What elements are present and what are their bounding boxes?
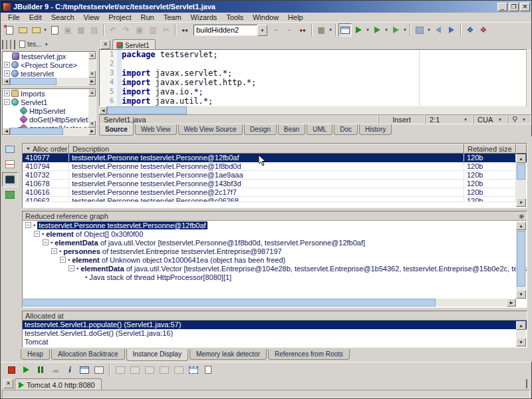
- tab-references-from-roots[interactable]: References from Roots: [268, 349, 350, 360]
- scroll-down-icon[interactable]: ▼: [516, 290, 526, 299]
- scroll-left-icon[interactable]: ◀: [3, 128, 10, 135]
- status-keymap[interactable]: CUA▾: [473, 114, 507, 124]
- graph-view-button[interactable]: [2, 157, 18, 172]
- instance-table-vscrollbar[interactable]: ▲ ▼: [516, 154, 526, 207]
- tab-heap[interactable]: Heap: [21, 349, 50, 360]
- minimize-button[interactable]: _: [497, 3, 507, 11]
- runtime-tab-tomcat[interactable]: Tomcat 4.0 http:8080: [15, 378, 102, 390]
- help-topic-button[interactable]: ❖: [477, 23, 490, 37]
- export-page-icon[interactable]: [526, 380, 527, 388]
- graph-node[interactable]: − • element of Object[] 0x30f0f00: [23, 229, 527, 238]
- heap-dump-button[interactable]: [158, 363, 171, 376]
- menu-help[interactable]: Help: [283, 13, 308, 22]
- curtain-toggle-button[interactable]: [338, 23, 352, 37]
- menu-search[interactable]: Search: [47, 13, 79, 22]
- forward-button[interactable]: [445, 23, 458, 37]
- new-file-button[interactable]: [3, 23, 16, 37]
- detach-button[interactable]: ☁: [49, 363, 62, 376]
- editor-hscrollbar[interactable]: ◀: [99, 106, 531, 114]
- scroll-right-icon[interactable]: ▶: [507, 299, 516, 307]
- open-project-button[interactable]: [16, 23, 29, 37]
- instance-row[interactable]: 410662testservlet.Personne testservlet.P…: [23, 197, 527, 202]
- graph-vscrollbar[interactable]: ▲ ▼: [516, 221, 526, 299]
- instance-row[interactable]: 410616testservlet.Personne testservlet.P…: [23, 188, 527, 197]
- allocated-vscrollbar[interactable]: ▲ ▼: [516, 321, 526, 346]
- heap-view-button[interactable]: [2, 172, 18, 187]
- help-button[interactable]: ❖: [464, 23, 477, 37]
- expand-icon[interactable]: +: [4, 70, 10, 76]
- scroll-down-icon[interactable]: ▼: [88, 70, 96, 78]
- paste-button[interactable]: ▥: [146, 23, 160, 37]
- menu-view[interactable]: View: [79, 13, 104, 22]
- info-button[interactable]: i: [63, 363, 76, 376]
- close-file-icon[interactable]: ✕: [100, 40, 110, 49]
- run-button[interactable]: [352, 23, 365, 37]
- graph-node[interactable]: − • element of Unknown object 0x1000641e…: [23, 255, 527, 264]
- camera-button[interactable]: [143, 363, 156, 376]
- graph-node[interactable]: − • elementData of java.util.Vector [tes…: [23, 238, 527, 247]
- menu-tools[interactable]: Tools: [221, 13, 248, 22]
- debug-dropdown-icon[interactable]: ▾: [384, 27, 389, 33]
- tab-source[interactable]: Source: [99, 124, 134, 136]
- structure-item-servlet1[interactable]: − Servlet1: [3, 98, 96, 106]
- tab-allocation-backtrace[interactable]: Allocation Backtrace: [51, 349, 125, 360]
- tree-item-project-source[interactable]: + <Project Source>: [3, 61, 96, 69]
- collapse-icon[interactable]: −: [51, 248, 57, 254]
- scroll-right-icon[interactable]: ▶: [88, 128, 96, 135]
- tab-web-view-source[interactable]: Web View Source: [178, 124, 243, 135]
- find-class-button[interactable]: ⌁: [269, 23, 283, 37]
- instance-row[interactable]: 410977testservlet.Personne testservlet.P…: [23, 154, 527, 162]
- status-zoom[interactable]: ⚲▾: [507, 114, 531, 124]
- collapse-icon[interactable]: −: [60, 257, 66, 263]
- scroll-down-icon[interactable]: ▼: [516, 338, 526, 346]
- menu-edit[interactable]: Edit: [25, 13, 47, 22]
- stop-button[interactable]: [5, 363, 18, 376]
- structure-item-imports[interactable]: + Imports: [3, 89, 96, 98]
- menu-window[interactable]: Window: [248, 13, 283, 22]
- instance-row[interactable]: 410678testservlet.Personne testservlet.P…: [23, 180, 527, 188]
- close-button[interactable]: ✕: [520, 3, 530, 11]
- open-dropdown-icon[interactable]: ▾: [43, 27, 48, 33]
- maximize-button[interactable]: ❐: [509, 3, 519, 11]
- scroll-up-icon[interactable]: ▲: [88, 89, 96, 96]
- project-tree-vscrollbar[interactable]: ▲ ▼: [88, 52, 96, 78]
- column-alloc-order[interactable]: ▼Alloc order: [23, 144, 69, 154]
- column-retained-size[interactable]: Retained size: [464, 144, 516, 154]
- menu-file[interactable]: File: [3, 13, 25, 22]
- run-dropdown-icon[interactable]: ▾: [365, 27, 370, 33]
- project-selector[interactable]: tes... ▾: [19, 41, 49, 48]
- scroll-up-icon[interactable]: ▲: [88, 52, 96, 59]
- tab-web-view[interactable]: Web View: [135, 124, 177, 135]
- debug-button[interactable]: [370, 23, 384, 37]
- enterprise-button[interactable]: [413, 23, 426, 37]
- scroll-right-icon[interactable]: ▶: [88, 78, 96, 85]
- graph-node[interactable]: − • elementData of java.util.Vector [tes…: [23, 264, 527, 273]
- collapse-icon[interactable]: −: [34, 231, 40, 237]
- close-runtime-icon[interactable]: ✕: [3, 379, 13, 388]
- undo-button[interactable]: ↶: [106, 23, 120, 37]
- scroll-thumb[interactable]: [517, 164, 525, 180]
- structure-vscrollbar[interactable]: ▲ ▼: [88, 89, 96, 128]
- make-dropdown-icon[interactable]: ▾: [328, 27, 333, 33]
- collapse-icon[interactable]: −: [68, 265, 74, 271]
- structure-item-doget[interactable]: doGet(HttpServletRe: [3, 115, 96, 124]
- scroll-up-icon[interactable]: ▲: [516, 221, 526, 230]
- add-file-icon[interactable]: [6, 41, 7, 49]
- scroll-thumb[interactable]: [517, 231, 525, 287]
- status-caret-position[interactable]: 2:1▾: [425, 114, 473, 124]
- resume-button[interactable]: [19, 363, 33, 376]
- console-button[interactable]: [78, 363, 91, 376]
- graph-hscrollbar[interactable]: ▶: [23, 299, 516, 307]
- remove-file-icon[interactable]: [10, 41, 11, 49]
- search-path-button[interactable]: ●●: [296, 23, 309, 37]
- menu-wizards[interactable]: Wizards: [186, 13, 222, 22]
- menu-project[interactable]: Project: [104, 13, 136, 22]
- scroll-down-icon[interactable]: ▼: [88, 120, 96, 128]
- instance-row[interactable]: 410732testservlet.Personne testservlet.P…: [23, 171, 527, 180]
- scroll-thumb[interactable]: [10, 128, 63, 135]
- pin-icon[interactable]: ◉: [519, 213, 524, 219]
- expand-icon[interactable]: +: [4, 90, 10, 96]
- scroll-down-icon[interactable]: ▼: [516, 198, 526, 207]
- collapse-icon[interactable]: −: [4, 99, 10, 105]
- graph-node[interactable]: • Java stack of thread HttpProcessor[808…: [23, 273, 527, 281]
